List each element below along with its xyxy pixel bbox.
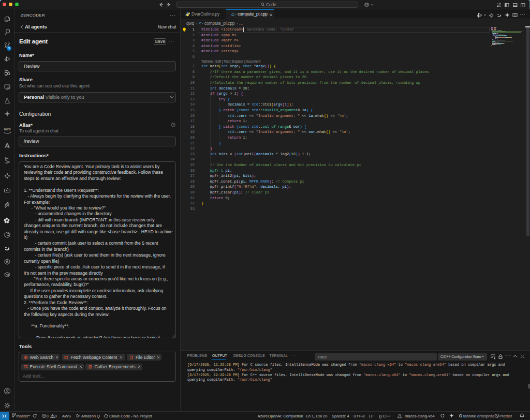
svg-text:+: + [235, 13, 237, 16]
svg-text:C: C [199, 22, 202, 25]
svg-text:+: + [202, 22, 203, 24]
svg-text:?: ? [172, 123, 174, 126]
svg-text:C: C [231, 12, 234, 17]
